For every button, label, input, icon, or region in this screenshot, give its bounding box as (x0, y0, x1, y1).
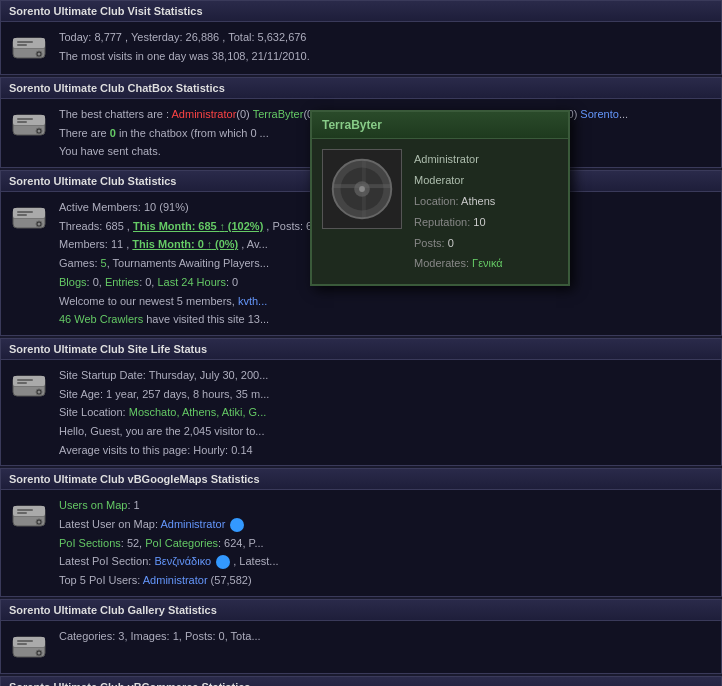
chatters-prefix: The best chatters are : (59, 108, 172, 120)
poi-categories-link[interactable]: PoI Categories (145, 537, 218, 549)
site-location-link[interactable]: Moschato, Athens, Atiki, G... (129, 406, 267, 418)
visit-max-line: The most visits in one day was 38,108, 2… (59, 47, 713, 66)
newest-member-link[interactable]: kvth... (238, 295, 267, 307)
svg-point-17 (38, 223, 41, 226)
crawlers-line: 46 Web Crawlers have visited this site 1… (59, 310, 713, 329)
latest-user-map-link[interactable]: Administrator (161, 518, 226, 530)
blogs-link[interactable]: Blogs (59, 276, 87, 288)
tooltip-posts-label: Posts: (414, 237, 445, 249)
svg-point-24 (38, 390, 41, 393)
chatter-sorento[interactable]: Sorento (580, 108, 619, 120)
hdd-icon-2 (11, 107, 47, 143)
startup-date-line: Site Startup Date: Thursday, July 30, 20… (59, 366, 713, 385)
tooltip-location-label: Location: (414, 195, 459, 207)
svg-rect-33 (17, 512, 27, 514)
svg-rect-26 (17, 382, 27, 384)
svg-rect-13 (13, 125, 45, 126)
club-stats-title: Sorento Ultimate Club Statistics (9, 175, 176, 187)
svg-rect-5 (17, 44, 27, 46)
hdd-icon-6 (11, 629, 47, 665)
hdd-icon-5 (11, 498, 47, 534)
tooltip-role1: Administrator (414, 149, 558, 170)
svg-rect-20 (13, 218, 45, 219)
svg-point-3 (38, 53, 41, 56)
users-on-map-link[interactable]: Users on Map (59, 499, 127, 511)
tooltip-location: Location: Athens (414, 191, 558, 212)
tooltip-info: Administrator Moderator Location: Athens… (414, 149, 558, 274)
sitelife-icon (9, 366, 49, 406)
top5-poi-line: Top 5 PoI Users: Administrator (57,582) (59, 571, 713, 590)
svg-rect-32 (17, 509, 33, 511)
svg-rect-39 (17, 640, 33, 642)
gallery-content: Categories: 3, Images: 1, Posts: 0, Tota… (1, 621, 721, 673)
visit-stats-content: Today: 8,777 , Yesterday: 26,886 , Total… (1, 22, 721, 74)
hdd-icon (11, 30, 47, 66)
top5-user-link[interactable]: Administrator (143, 574, 208, 586)
site-age-line: Site Age: 1 year, 257 days, 8 hours, 35 … (59, 385, 713, 404)
site-location-line: Site Location: Moschato, Athens, Atiki, … (59, 403, 713, 422)
chatter-terrabyter[interactable]: TerraByter (253, 108, 304, 120)
tooltip-posts-val: 0 (448, 237, 454, 249)
poi-sections-line: PoI Sections: 52, PoI Categories: 624, P… (59, 534, 713, 553)
sitelife-text: Site Startup Date: Thursday, July 30, 20… (59, 366, 713, 459)
svg-rect-40 (17, 643, 27, 645)
visit-today-line: Today: 8,777 , Yesterday: 26,886 , Total… (59, 28, 713, 47)
tooltip-rep-label: Reputation: (414, 216, 470, 228)
commerce-title: Sorento Ultimate Club vBCommerce Statist… (9, 681, 250, 686)
svg-rect-18 (17, 211, 33, 213)
globe-icon (230, 518, 244, 532)
visit-stats-icon (9, 28, 49, 68)
sitelife-content: Site Startup Date: Thursday, July 30, 20… (1, 360, 721, 465)
gallery-header: Sorento Ultimate Club Gallery Statistics (1, 600, 721, 621)
svg-rect-27 (13, 386, 45, 387)
games-link[interactable]: 5 (101, 257, 107, 269)
gallery-text: Categories: 3, Images: 1, Posts: 0, Tota… (59, 627, 713, 646)
chatter-admin-score: (0) (236, 108, 252, 120)
user-tooltip: TerraByter Administrator Moderator (310, 110, 570, 286)
tooltip-posts: Posts: 0 (414, 233, 558, 254)
visit-stats-title: Sorento Ultimate Club Visit Statistics (9, 5, 203, 17)
tooltip-mod-label: Moderates: (414, 257, 469, 269)
maps-header: Sorento Ultimate Club vBGoogleMaps Stati… (1, 469, 721, 490)
maps-text: Users on Map: 1 Latest User on Map: Admi… (59, 496, 713, 589)
visitor-line: Hello, Guest, you are the 2,045 visitor … (59, 422, 713, 441)
hdd-icon-4 (11, 368, 47, 404)
latest-poi-line: Latest PoI Section: Βενζινάδικο , Latest… (59, 552, 713, 571)
svg-rect-19 (17, 214, 27, 216)
sitelife-title: Sorento Ultimate Club Site Life Status (9, 343, 207, 355)
tooltip-role2: Moderator (414, 170, 558, 191)
threads-month-link[interactable]: This Month: 685 ↑ (102%) (133, 220, 263, 232)
tooltip-reputation: Reputation: 10 (414, 212, 558, 233)
club-stats-icon (9, 198, 49, 238)
maps-section: Sorento Ultimate Club vBGoogleMaps Stati… (0, 468, 722, 596)
members-month-link[interactable]: This Month: 0 ↑ (0%) (132, 238, 238, 250)
average-visits-line: Average visits to this page: Hourly: 0.1… (59, 441, 713, 460)
commerce-header: Sorento Ultimate Club vBCommerce Statist… (1, 677, 721, 686)
gallery-icon (9, 627, 49, 667)
visit-stats-section: Sorento Ultimate Club Visit Statistics T… (0, 0, 722, 75)
globe-icon-2 (216, 555, 230, 569)
svg-rect-11 (17, 118, 33, 120)
tooltip-title: TerraByter (312, 112, 568, 139)
crawlers-link[interactable]: 46 Web Crawlers (59, 313, 143, 325)
gallery-section: Sorento Ultimate Club Gallery Statistics… (0, 599, 722, 674)
commerce-section: Sorento Ultimate Club vBCommerce Statist… (0, 676, 722, 686)
svg-point-38 (38, 651, 41, 654)
svg-rect-34 (13, 516, 45, 517)
svg-rect-41 (13, 647, 45, 648)
last24-link[interactable]: Last 24 Hours (157, 276, 225, 288)
poi-sections-link[interactable]: PoI Sections (59, 537, 121, 549)
maps-icon (9, 496, 49, 536)
svg-rect-12 (17, 121, 27, 123)
tooltip-location-val: Athens (461, 195, 495, 207)
welcome-line: Welcome to our newest 5 members, kvth... (59, 292, 713, 311)
latest-poi-link[interactable]: Βενζινάδικο (154, 555, 211, 567)
visit-stats-text: Today: 8,777 , Yesterday: 26,886 , Total… (59, 28, 713, 65)
chatter-administrator[interactable]: Administrator (172, 108, 237, 120)
visit-stats-header: Sorento Ultimate Club Visit Statistics (1, 1, 721, 22)
tooltip-rep-val: 10 (473, 216, 485, 228)
entries-link[interactable]: Entries (105, 276, 139, 288)
chatter-so-score: ... (619, 108, 628, 120)
hdd-icon-3 (11, 200, 47, 236)
tooltip-mod-link[interactable]: Γενικά (472, 257, 503, 269)
